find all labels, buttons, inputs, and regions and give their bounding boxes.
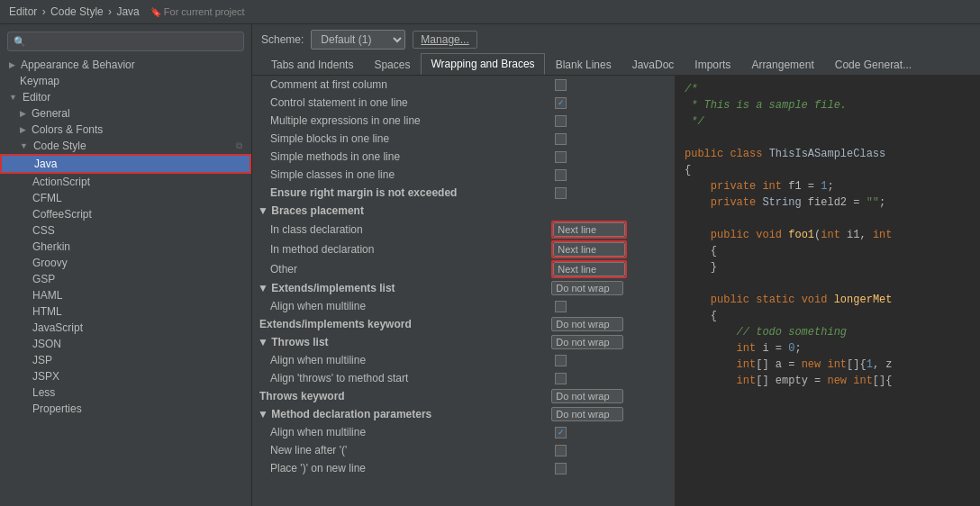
dropdown-value[interactable]: Next line (553, 262, 625, 276)
sidebar-item-label: Less (32, 386, 55, 399)
row-value[interactable] (548, 441, 675, 459)
checkbox[interactable] (555, 301, 567, 312)
checkbox[interactable] (555, 79, 567, 91)
code-line: int[] a = new int[]{1, z (685, 357, 971, 373)
sidebar-item-label: Appearance & Behavior (21, 59, 135, 71)
checkbox[interactable] (555, 169, 567, 181)
sidebar-item-haml[interactable]: HAML (0, 287, 251, 303)
row-label: Multiple expressions in one line (252, 112, 548, 130)
tab-blank-lines[interactable]: Blank Lines (546, 54, 622, 75)
row-value[interactable] (548, 351, 675, 369)
row-value[interactable]: Next line (548, 259, 675, 279)
row-value[interactable] (548, 423, 675, 441)
scheme-select[interactable]: Default (1) (311, 30, 405, 50)
checkbox[interactable] (555, 373, 567, 384)
dropdown-value[interactable]: Next line (553, 222, 625, 237)
sidebar-item-label: Keymap (20, 75, 59, 87)
table-row: Extends/implements keyword Do not wrap (252, 315, 675, 333)
row-value[interactable] (548, 130, 675, 148)
search-box[interactable]: 🔍 (7, 32, 244, 51)
row-value[interactable]: Do not wrap (548, 387, 675, 405)
row-label: Comment at first column (252, 76, 548, 94)
table-row: Align when multiline (252, 423, 675, 441)
arrow-icon: ▶ (20, 109, 26, 118)
table-row-group: ▼ Extends/implements list Do not wrap (252, 279, 675, 297)
group-label: ▼ Extends/implements list (252, 279, 548, 297)
row-value[interactable] (548, 148, 675, 166)
sidebar-item-java[interactable]: Java (0, 154, 251, 174)
code-line: private int f1 = 1; (685, 178, 971, 194)
checkbox[interactable] (555, 151, 567, 163)
sidebar-item-label: JavaScript (32, 321, 83, 334)
tab-javadoc[interactable]: JavaDoc (622, 54, 685, 75)
sidebar-item-less[interactable]: Less (0, 384, 251, 401)
sidebar-item-keymap[interactable]: Keymap (0, 73, 251, 89)
sidebar-item-javascript[interactable]: JavaScript (0, 320, 251, 336)
row-value[interactable] (548, 297, 675, 315)
dropdown-value[interactable]: Do not wrap (551, 389, 623, 403)
sidebar-item-colors-fonts[interactable]: ▶ Colors & Fonts (0, 122, 251, 138)
checkbox[interactable] (555, 445, 567, 456)
table-row: In method declaration Next line (252, 239, 675, 259)
checkbox[interactable] (555, 115, 567, 127)
sidebar-item-label: JSP (32, 354, 52, 366)
scheme-dropdown[interactable]: Default (1) (311, 30, 405, 50)
sidebar-item-general[interactable]: ▶ General (0, 105, 251, 122)
row-value[interactable]: Do not wrap (548, 315, 675, 333)
search-input[interactable] (30, 35, 238, 48)
sidebar-item-json[interactable]: JSON (0, 336, 251, 352)
checkbox[interactable] (555, 187, 567, 199)
tab-wrapping-braces[interactable]: Wrapping and Braces (421, 53, 544, 75)
dropdown-value[interactable]: Do not wrap (551, 407, 623, 421)
row-value[interactable] (548, 76, 675, 94)
row-label: Simple blocks in one line (252, 130, 548, 148)
checkbox[interactable] (555, 355, 567, 366)
sidebar-item-groovy[interactable]: Groovy (0, 255, 251, 271)
tab-arrangement[interactable]: Arrangement (741, 54, 823, 75)
sidebar-item-gsp[interactable]: GSP (0, 271, 251, 287)
dropdown-value[interactable]: Next line (553, 242, 625, 257)
code-preview: /* * This is a sample file. */ public cl… (676, 76, 980, 506)
tab-code-generat[interactable]: Code Generat... (825, 54, 921, 75)
sidebar-item-gherkin[interactable]: Gherkin (0, 239, 251, 255)
dropdown-value[interactable]: Do not wrap (551, 335, 623, 349)
tab-imports[interactable]: Imports (685, 54, 740, 75)
checkbox[interactable] (555, 463, 567, 474)
row-value[interactable] (548, 112, 675, 130)
sidebar-item-css[interactable]: CSS (0, 222, 251, 239)
code-line: int[] empty = new int[]{ (685, 373, 971, 389)
sidebar-item-actionscript[interactable]: ActionScript (0, 174, 251, 190)
tabs-bar: Tabs and Indents Spaces Wrapping and Bra… (252, 50, 980, 76)
sidebar-item-coffeescript[interactable]: CoffeeScript (0, 206, 251, 222)
row-value[interactable] (548, 94, 675, 112)
checkbox[interactable] (555, 97, 567, 109)
sidebar-item-jspx[interactable]: JSPX (0, 368, 251, 384)
row-value[interactable] (548, 369, 675, 387)
tab-tabs-indents[interactable]: Tabs and Indents (261, 54, 363, 75)
code-line (685, 211, 971, 227)
sidebar-item-label: CSS (32, 224, 55, 237)
checkbox[interactable] (555, 427, 567, 438)
breadcrumb: Editor › Code Style › Java (9, 5, 140, 18)
row-value[interactable]: Next line (548, 239, 675, 259)
manage-button[interactable]: Manage... (413, 31, 476, 49)
tab-spaces[interactable]: Spaces (364, 54, 420, 75)
sidebar-item-jsp[interactable]: JSP (0, 352, 251, 368)
sidebar-item-html[interactable]: HTML (0, 303, 251, 320)
row-value[interactable] (548, 166, 675, 184)
sidebar-item-appearance[interactable]: ▶ Appearance & Behavior (0, 57, 251, 73)
arrow-icon: ▶ (9, 60, 15, 69)
sidebar-item-properties[interactable]: Properties (0, 401, 251, 417)
dropdown-value[interactable]: Do not wrap (551, 281, 623, 295)
sidebar-item-label: HAML (32, 289, 62, 302)
row-value[interactable] (548, 459, 675, 477)
row-label: Simple methods in one line (252, 148, 548, 166)
checkbox[interactable] (555, 133, 567, 145)
sidebar-item-editor[interactable]: ▼ Editor (0, 89, 251, 105)
row-value[interactable]: Next line (548, 220, 675, 239)
dropdown-value[interactable]: Do not wrap (551, 317, 623, 331)
sidebar-item-label: Editor (23, 91, 50, 104)
row-value[interactable] (548, 184, 675, 202)
sidebar-item-code-style[interactable]: ▼ Code Style ⧉ (0, 138, 251, 154)
sidebar-item-cfml[interactable]: CFML (0, 190, 251, 206)
